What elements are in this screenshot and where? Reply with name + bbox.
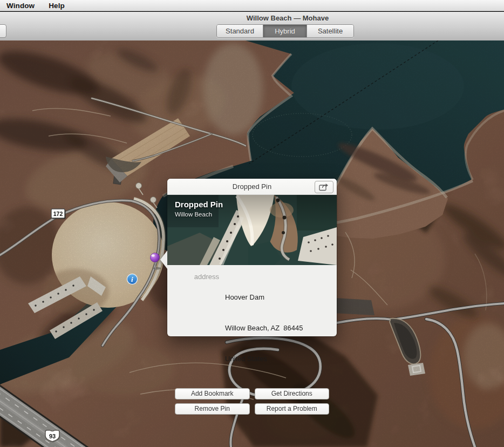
- share-button[interactable]: [315, 181, 333, 193]
- map-mode-satellite[interactable]: Satellite: [307, 25, 353, 37]
- preview-title: Dropped Pin: [175, 200, 223, 209]
- popover-header: Dropped Pin: [167, 179, 337, 195]
- add-bookmark-button[interactable]: Add Bookmark: [175, 388, 250, 399]
- svg-text:172: 172: [53, 211, 63, 217]
- popover-body: address Hoover Dam Willow Beach, AZ 8644…: [167, 265, 337, 415]
- menu-bar: Window Help: [0, 0, 504, 11]
- svg-text:93: 93: [49, 433, 56, 439]
- preview-subtitle: Willow Beach: [175, 211, 212, 218]
- address-line-1: Hoover Dam: [225, 292, 303, 302]
- info-icon[interactable]: i: [127, 274, 137, 284]
- map-mode-hybrid[interactable]: Hybrid: [263, 25, 307, 37]
- map-mode-segmented-control: Standard Hybrid Satellite: [216, 24, 354, 38]
- dropped-pin-popover: Dropped Pin: [167, 179, 337, 336]
- address-label: address: [167, 272, 219, 384]
- report-problem-button[interactable]: Report a Problem: [255, 403, 330, 415]
- get-directions-button[interactable]: Get Directions: [255, 388, 330, 399]
- popover-arrow: [160, 250, 167, 269]
- menu-item-help[interactable]: Help: [49, 2, 65, 10]
- remove-pin-button[interactable]: Remove Pin: [175, 403, 250, 415]
- menu-item-window[interactable]: Window: [6, 2, 35, 10]
- address-line-2: Willow Beach, AZ 86445: [225, 323, 303, 333]
- share-icon: [319, 183, 329, 191]
- map-mode-standard[interactable]: Standard: [217, 25, 263, 37]
- route-shield-172: 172: [51, 209, 66, 219]
- svg-text:i: i: [131, 275, 133, 283]
- toolbar-partial-button[interactable]: [0, 24, 6, 38]
- popover-title: Dropped Pin: [167, 179, 337, 194]
- address-line-3: United States: [225, 354, 303, 364]
- window-title: Willow Beach — Mohave: [247, 14, 329, 22]
- window-toolbar: Willow Beach — Mohave Standard Hybrid Sa…: [0, 12, 504, 41]
- location-preview-image: Dropped Pin Willow Beach: [167, 195, 337, 265]
